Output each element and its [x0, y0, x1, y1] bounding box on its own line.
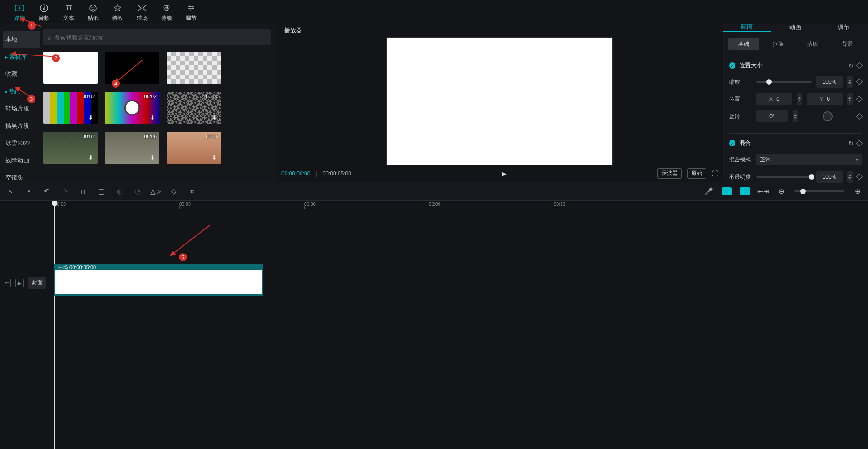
opacity-value[interactable]: 100%	[816, 171, 843, 183]
keyframe-icon[interactable]	[856, 140, 863, 146]
rotation-dial[interactable]	[823, 111, 833, 121]
rotation-value[interactable]: 0°	[756, 110, 788, 122]
sidebar-item-library[interactable]: 素材库	[3, 48, 40, 65]
scale-value[interactable]: 100%	[816, 76, 843, 88]
rotation-stepper[interactable]	[793, 110, 798, 122]
playhead[interactable]	[54, 201, 55, 449]
undo-button[interactable]: ↶	[42, 186, 52, 196]
scope-button[interactable]: 示波器	[657, 168, 682, 179]
top-tab-audio[interactable]: 音频	[32, 4, 56, 23]
audio-icon	[39, 4, 49, 13]
crop-tool[interactable]: ⌗	[187, 186, 197, 196]
asset-thumb[interactable]: 00:02⬇	[43, 92, 98, 124]
zoom-out-icon[interactable]: ⊖	[776, 186, 786, 196]
top-tab-sticker[interactable]: 贴纸	[81, 4, 105, 23]
section-check-icon[interactable]: ✓	[729, 140, 735, 146]
rotation-label: 旋转	[729, 113, 752, 120]
asset-thumb[interactable]: 00:06⬇	[105, 132, 159, 164]
rp-subtab-cutout[interactable]: 抠像	[763, 38, 794, 50]
keyframe-icon[interactable]	[856, 79, 863, 85]
keyframe-icon[interactable]	[856, 96, 863, 102]
asset-thumb[interactable]	[167, 52, 221, 84]
total-time: 00:00:05:00	[323, 170, 351, 177]
rp-subtab-bg[interactable]: 背景	[832, 38, 863, 50]
snap-icon[interactable]: ⇤⇥	[758, 186, 768, 196]
opacity-slider[interactable]	[756, 176, 812, 178]
download-icon[interactable]: ⬇	[212, 115, 219, 122]
sidebar-item-funny[interactable]: 搞笑片段	[3, 117, 40, 135]
zoom-slider[interactable]	[794, 190, 844, 192]
sidebar-item-trans[interactable]: 转场片段	[3, 100, 40, 117]
download-icon[interactable]: ⬇	[212, 155, 219, 162]
position-y-input[interactable]: Y0	[807, 93, 843, 105]
rp-subtab-basic[interactable]: 基础	[728, 38, 759, 50]
auto-track-b[interactable]	[740, 187, 750, 195]
top-tab-transition[interactable]: 转场	[130, 4, 154, 23]
timeline[interactable]: 00:00 00:03 00:06 00:09 00:12 ▭ 🔈 封面 白场 …	[0, 201, 868, 449]
asset-thumb[interactable]: 00:05⬇	[167, 132, 221, 164]
asset-thumb[interactable]	[43, 52, 98, 84]
scale-stepper[interactable]	[847, 76, 853, 88]
position-x-input[interactable]: X0	[756, 93, 792, 105]
sidebar-item-empty[interactable]: 空镜头	[3, 169, 40, 186]
delete-tool[interactable]: ▢	[96, 186, 106, 196]
keyframe-icon[interactable]	[856, 113, 863, 120]
rp-tab-picture[interactable]: 画面	[723, 23, 771, 32]
section-check-icon[interactable]: ✓	[729, 62, 735, 69]
redo-button[interactable]: ↷	[60, 186, 70, 196]
reset-icon[interactable]: ↻	[848, 62, 853, 69]
timeline-clip[interactable]: 白场 00:00:05:00	[54, 264, 263, 296]
keyframe-icon[interactable]	[856, 62, 863, 69]
download-icon[interactable]: ⬇	[89, 155, 96, 162]
asset-thumb[interactable]: 00:02⬇	[105, 92, 159, 124]
search-row[interactable]: ⌕	[43, 29, 271, 45]
rp-tab-animation[interactable]: 动画	[771, 23, 820, 32]
search-input[interactable]	[54, 34, 266, 41]
top-tab-effect[interactable]: 特效	[105, 4, 130, 23]
pointer-tool[interactable]: ↖	[5, 186, 15, 196]
timeline-ruler[interactable]: 00:00 00:03 00:06 00:09 00:12	[54, 201, 868, 210]
download-icon[interactable]: ⬇	[89, 115, 96, 122]
rp-tab-adjust[interactable]: 调节	[819, 23, 868, 32]
sidebar-item-glitch[interactable]: 故障动画	[3, 152, 40, 169]
top-tab-adjust[interactable]: 调节	[179, 4, 203, 23]
sidebar-item-fav[interactable]: 收藏	[3, 65, 40, 83]
auto-track-a[interactable]	[722, 187, 732, 195]
download-icon[interactable]: ⬇	[150, 115, 158, 122]
freeze-tool[interactable]: ◐	[114, 186, 124, 196]
pointer-dropdown[interactable]: ▾	[24, 186, 34, 196]
split-tool[interactable]: I I	[78, 186, 88, 196]
rotate-tool[interactable]: ◇	[169, 186, 179, 196]
keyframe-icon[interactable]	[856, 174, 863, 180]
top-tab-media[interactable]: 媒体	[7, 4, 32, 23]
top-tab-filter[interactable]: 滤镜	[154, 4, 179, 23]
asset-thumb[interactable]	[105, 52, 159, 84]
cover-button[interactable]: 封面	[28, 277, 46, 289]
track-visible-icon[interactable]: ▭	[3, 279, 11, 287]
mic-icon[interactable]: 🎤	[704, 186, 714, 196]
fullscreen-icon[interactable]: ⛶	[712, 170, 718, 177]
asset-thumb[interactable]: 00:02⬇	[167, 92, 221, 124]
original-button[interactable]: 原始	[687, 168, 706, 179]
download-icon[interactable]: ⬇	[150, 155, 158, 162]
reset-icon[interactable]: ↻	[848, 140, 853, 147]
duration-badge: 00:02	[82, 94, 95, 99]
sidebar-item-snow[interactable]: 冰雪2022	[3, 135, 40, 152]
pos-x-stepper[interactable]	[797, 93, 802, 105]
top-tab-text[interactable]: TI 文本	[56, 4, 81, 23]
track-mute-icon[interactable]: 🔈	[15, 279, 24, 287]
scale-slider[interactable]	[756, 81, 812, 83]
mirror-tool[interactable]: △▷	[151, 186, 161, 196]
asset-thumb[interactable]: 00:02⬇	[43, 132, 98, 164]
preview-canvas[interactable]	[386, 37, 613, 165]
play-button[interactable]: ▶	[502, 170, 507, 177]
rp-subtab-mask[interactable]: 蒙版	[797, 38, 828, 50]
speed-tool[interactable]: ◔	[133, 186, 143, 196]
pos-y-stepper[interactable]	[847, 93, 853, 105]
blend-select[interactable]: 正常▾	[756, 154, 862, 165]
zoom-fit-icon[interactable]: ⊕	[853, 186, 863, 196]
sidebar-item-hot[interactable]: 热门	[3, 83, 40, 100]
opacity-stepper[interactable]	[847, 171, 853, 183]
sidebar-item-local[interactable]: 本地	[3, 31, 40, 48]
tab-label: 特效	[112, 15, 123, 22]
